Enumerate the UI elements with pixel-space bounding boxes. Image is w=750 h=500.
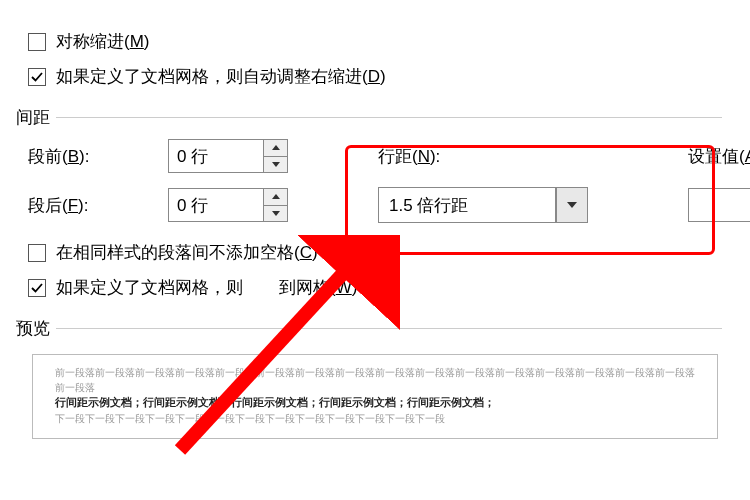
- space-after-spinner[interactable]: 0 行: [168, 188, 288, 222]
- combo-dropdown-button[interactable]: [556, 187, 588, 223]
- snap-to-grid-checkbox[interactable]: 如果定义了文档网格，则到网格(W): [28, 276, 722, 299]
- auto-right-indent-checkbox[interactable]: 如果定义了文档网格，则自动调整右缩进(D): [28, 65, 722, 88]
- set-value-label: 设置值(A):: [688, 145, 750, 168]
- divider: [56, 328, 722, 329]
- space-before-spinner[interactable]: 0 行: [168, 139, 288, 173]
- line-spacing-combo[interactable]: 1.5 倍行距: [378, 187, 588, 223]
- checkbox-box: [28, 279, 46, 297]
- line-spacing-label: 行距(N):: [358, 145, 538, 168]
- checkbox-label: 如果定义了文档网格，则自动调整右缩进(D): [56, 65, 386, 88]
- spinner-up-button[interactable]: [264, 140, 287, 157]
- preview-grey-text: 前一段落前一段落前一段落前一段落前一段落前一段落前一段落前一段落前一段落前一段落…: [55, 365, 695, 395]
- spinner-down-button[interactable]: [264, 157, 287, 173]
- check-icon: [30, 70, 44, 84]
- spinner-value[interactable]: [688, 188, 750, 222]
- checkbox-box: [28, 33, 46, 51]
- chevron-down-icon: [567, 202, 577, 208]
- combo-value[interactable]: 1.5 倍行距: [378, 187, 556, 223]
- checkbox-box: [28, 244, 46, 262]
- chevron-down-icon: [272, 211, 280, 216]
- space-before-label: 段前(B):: [28, 145, 168, 168]
- preview-section-title: 预览: [16, 317, 50, 340]
- check-icon: [30, 281, 44, 295]
- no-space-same-style-checkbox[interactable]: 在相同样式的段落间不添加空格(C): [28, 241, 722, 264]
- preview-pane: 前一段落前一段落前一段落前一段落前一段落前一段落前一段落前一段落前一段落前一段落…: [32, 354, 718, 439]
- spinner-value[interactable]: 0 行: [168, 139, 264, 173]
- checkbox-box: [28, 68, 46, 86]
- spinner-down-button[interactable]: [264, 206, 287, 222]
- preview-grey-text: 下一段下一段下一段下一段下一段下一段下一段下一段下一段下一段下一段下一段下一段: [55, 411, 695, 426]
- set-value-spinner[interactable]: [688, 188, 750, 222]
- spacing-section-title: 间距: [16, 106, 50, 129]
- mirror-indent-checkbox[interactable]: 对称缩进(M): [28, 30, 722, 53]
- checkbox-label: 在相同样式的段落间不添加空格(C): [56, 241, 318, 264]
- chevron-up-icon: [272, 145, 280, 150]
- divider: [56, 117, 722, 118]
- spinner-up-button[interactable]: [264, 189, 287, 206]
- chevron-up-icon: [272, 194, 280, 199]
- checkbox-label: 如果定义了文档网格，则到网格(W): [56, 276, 357, 299]
- spinner-value[interactable]: 0 行: [168, 188, 264, 222]
- chevron-down-icon: [272, 162, 280, 167]
- space-after-label: 段后(F):: [28, 194, 168, 217]
- checkbox-label: 对称缩进(M): [56, 30, 150, 53]
- preview-bold-text: 行间距示例文档；行间距示例文档；行间距示例文档；行间距示例文档；行间距示例文档；: [55, 395, 695, 411]
